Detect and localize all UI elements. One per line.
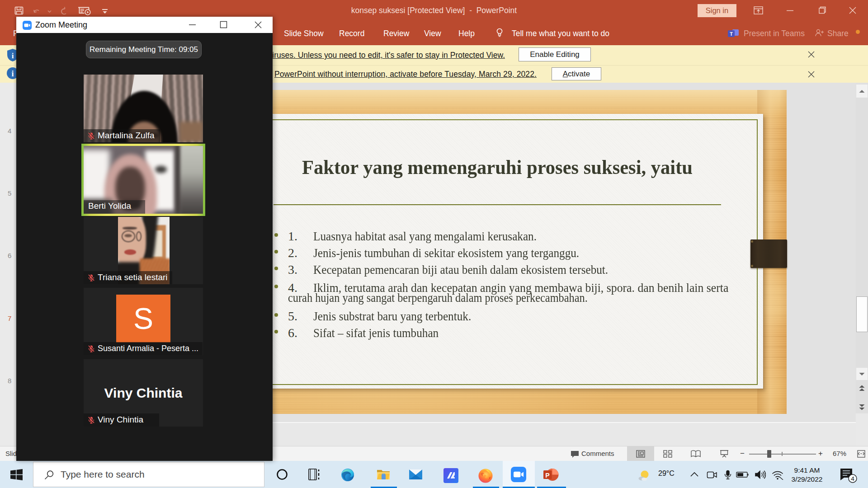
svg-text:4: 4 [851,475,854,482]
svg-text:T: T [730,31,733,37]
svg-text:i: i [11,69,14,78]
svg-text:i: i [12,52,14,60]
svg-text:P: P [545,472,549,479]
